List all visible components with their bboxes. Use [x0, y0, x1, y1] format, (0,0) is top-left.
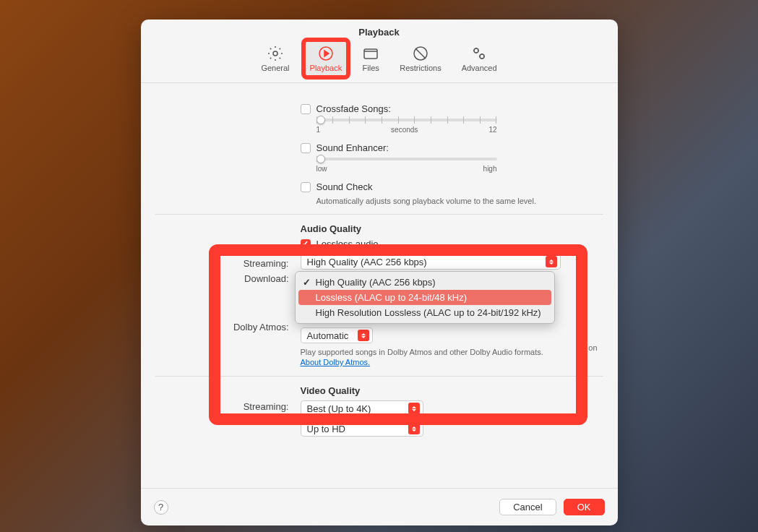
- video-quality-title: Video Quality: [301, 385, 603, 396]
- svg-point-0: [273, 51, 277, 56]
- soundcheck-label: Sound Check: [316, 181, 373, 192]
- dropdown-option-lossless[interactable]: Lossless (ALAC up to 24-bit/48 kHz): [298, 290, 551, 305]
- tab-advanced[interactable]: Advanced: [457, 42, 501, 75]
- dolby-label: Dolby Atmos:: [224, 322, 289, 332]
- tab-label: Restrictions: [400, 64, 441, 72]
- svg-rect-2: [364, 49, 377, 59]
- tab-files[interactable]: Files: [358, 42, 384, 75]
- audio-quality-title: Audio Quality: [301, 223, 603, 234]
- video-streaming-label: Streaming:: [231, 401, 289, 412]
- tab-playback[interactable]: Playback: [306, 42, 347, 75]
- preferences-window: Playback General Playback Files Restrict…: [141, 20, 618, 525]
- gear-icon: [267, 45, 284, 62]
- tab-label: Advanced: [462, 64, 497, 72]
- stepper-icon: [408, 403, 420, 414]
- crossfade-slider[interactable]: [316, 119, 497, 121]
- section-playback: Crossfade Songs: 1 seconds 12 Sound: [155, 98, 603, 211]
- stepper-icon: [546, 256, 557, 267]
- tab-label: General: [261, 64, 289, 72]
- video-streaming-select[interactable]: Best (Up to 4K): [301, 400, 423, 416]
- slider-unit: seconds: [391, 126, 418, 134]
- stepper-icon: [358, 330, 369, 341]
- folder-icon: [362, 45, 379, 62]
- section-audio-quality: Streaming: Download: Dolby Atmos: Audio …: [155, 214, 603, 373]
- download-dropdown: High Quality (AAC 256 kbps) Lossless (AL…: [295, 271, 555, 324]
- slider-high: high: [483, 165, 497, 173]
- streaming-select[interactable]: High Quality (AAC 256 kbps): [301, 254, 561, 270]
- video-streaming-value: Best (Up to 4K): [307, 403, 371, 414]
- ok-button[interactable]: OK: [564, 499, 605, 515]
- svg-point-4: [474, 48, 478, 53]
- soundcheck-desc: Automatically adjusts song playback volu…: [316, 197, 603, 205]
- dolby-select[interactable]: Automatic: [301, 327, 373, 343]
- tab-label: Files: [363, 64, 379, 72]
- toolbar-tabs: General Playback Files Restrictions Adva…: [141, 40, 618, 83]
- crossfade-checkbox[interactable]: [301, 104, 311, 114]
- dropdown-option-hires-lossless[interactable]: High Resolution Lossless (ALAC up to 24-…: [298, 305, 551, 320]
- crossfade-label: Crossfade Songs:: [316, 103, 391, 114]
- dropdown-option-high-quality[interactable]: High Quality (AAC 256 kbps): [298, 275, 551, 290]
- enhancer-checkbox[interactable]: [301, 143, 311, 153]
- cancel-button[interactable]: Cancel: [499, 499, 556, 515]
- content-area: Crossfade Songs: 1 seconds 12 Sound: [141, 83, 618, 447]
- nosign-icon: [412, 45, 429, 62]
- footer: ? Cancel OK: [141, 488, 618, 525]
- section-video-quality: Streaming: Download: Video Quality Best …: [155, 376, 603, 447]
- dolby-link[interactable]: About Dolby Atmos.: [301, 358, 371, 366]
- stepper-icon: [408, 423, 420, 434]
- download-label: Download:: [231, 273, 289, 284]
- svg-point-5: [480, 54, 484, 59]
- gears-icon: [470, 45, 488, 62]
- play-icon: [317, 45, 335, 62]
- enhancer-label: Sound Enhancer:: [316, 142, 389, 153]
- truncated-text: s on: [582, 343, 598, 352]
- enhancer-slider[interactable]: [316, 158, 497, 160]
- video-download-select[interactable]: Up to HD: [301, 421, 423, 437]
- dolby-value: Automatic: [307, 330, 349, 341]
- tab-general[interactable]: General: [257, 42, 293, 75]
- soundcheck-checkbox[interactable]: [301, 182, 311, 192]
- help-button[interactable]: ?: [154, 500, 168, 515]
- slider-max: 12: [488, 126, 496, 134]
- lossless-label: Lossless audio: [316, 239, 379, 249]
- tab-restrictions[interactable]: Restrictions: [395, 42, 445, 75]
- slider-low: low: [316, 165, 327, 173]
- streaming-value: High Quality (AAC 256 kbps): [307, 257, 427, 267]
- tab-label: Playback: [310, 64, 343, 72]
- slider-min: 1: [316, 126, 321, 134]
- window-title: Playback: [141, 20, 618, 40]
- video-download-value: Up to HD: [307, 424, 345, 434]
- lossless-checkbox[interactable]: [301, 239, 311, 249]
- video-download-label: Download:: [231, 416, 289, 427]
- streaming-label: Streaming:: [231, 258, 289, 269]
- dolby-desc: Play supported songs in Dolby Atmos and …: [301, 348, 603, 356]
